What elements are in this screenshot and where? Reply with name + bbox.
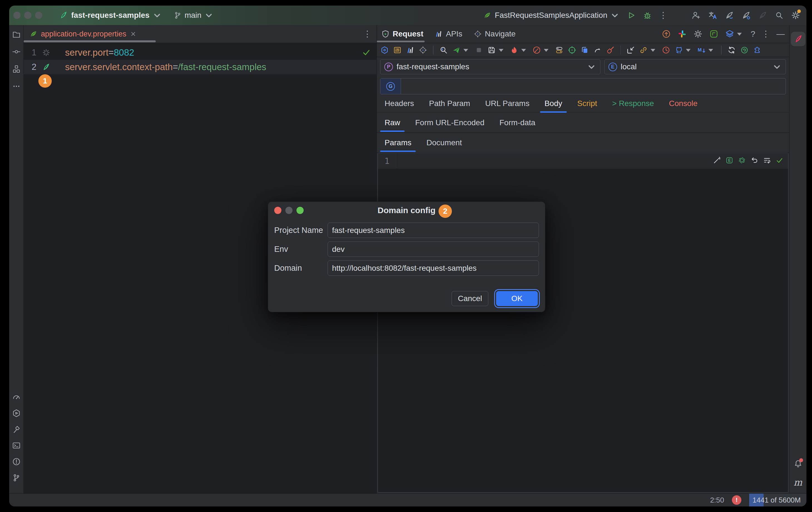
- url-input[interactable]: [401, 78, 786, 94]
- debug-button[interactable]: [643, 11, 652, 20]
- commit-tool-icon[interactable]: [12, 47, 21, 56]
- dropdown-caret-icon[interactable]: [519, 45, 528, 55]
- undo-icon[interactable]: [750, 156, 759, 164]
- dialog-close-button[interactable]: [274, 207, 282, 214]
- flame-icon[interactable]: [510, 46, 519, 55]
- dropdown-caret-icon[interactable]: [684, 45, 693, 55]
- domain-field[interactable]: [327, 261, 539, 276]
- openai-icon[interactable]: [738, 156, 746, 164]
- tab-path-param[interactable]: Path Param: [429, 94, 471, 113]
- tab-request[interactable]: Request: [381, 29, 423, 38]
- notifications-button[interactable]: [793, 459, 803, 470]
- project-select[interactable]: P fast-request-samples: [380, 59, 600, 74]
- redo-icon[interactable]: [593, 46, 602, 55]
- window-controls[interactable]: [13, 12, 42, 19]
- tab-body[interactable]: Body: [544, 94, 563, 113]
- inspections-ok-icon[interactable]: [361, 48, 371, 57]
- tab-document[interactable]: Document: [426, 134, 462, 152]
- translate-icon[interactable]: [708, 10, 718, 20]
- project-name-field[interactable]: [327, 223, 539, 238]
- fast-request-gutter-icon[interactable]: [41, 62, 51, 72]
- ok-button[interactable]: OK: [496, 291, 538, 306]
- project-tool-icon[interactable]: [12, 30, 21, 39]
- memory-indicator[interactable]: 1441 of 5600M: [749, 494, 807, 507]
- close-window-button[interactable]: [13, 12, 21, 19]
- services-tool-icon[interactable]: [12, 409, 21, 418]
- e-box-icon[interactable]: [725, 156, 733, 164]
- dropdown-caret-icon[interactable]: [735, 29, 744, 39]
- search-code-icon[interactable]: [439, 46, 448, 55]
- http-method-cell[interactable]: G: [380, 78, 401, 94]
- cancel-button[interactable]: Cancel: [452, 291, 488, 306]
- sliders-icon[interactable]: [393, 46, 402, 55]
- project-selector[interactable]: fast-request-samples: [58, 10, 162, 20]
- minimize-panel-icon[interactable]: —: [776, 30, 785, 38]
- maven-tool-button[interactable]: m: [794, 477, 802, 488]
- dropdown-caret-icon[interactable]: [461, 45, 470, 55]
- link-icon[interactable]: [639, 46, 648, 55]
- hexagon-config-icon[interactable]: [380, 46, 389, 55]
- chevron-down-icon[interactable]: [610, 10, 619, 20]
- header-scrollbar-thumb[interactable]: [377, 41, 425, 42]
- puzzle-icon[interactable]: [753, 46, 762, 55]
- settings-button[interactable]: [791, 10, 800, 20]
- github-icon[interactable]: [674, 46, 683, 55]
- broom-icon[interactable]: [606, 46, 615, 55]
- endpoints-tool-icon[interactable]: [12, 393, 21, 402]
- validate-check-icon[interactable]: [775, 156, 784, 164]
- crosshair-icon[interactable]: [418, 46, 427, 55]
- tab-params[interactable]: Params: [384, 134, 412, 152]
- help-icon[interactable]: ?: [751, 30, 755, 38]
- zoom-window-button[interactable]: [35, 12, 42, 19]
- fast-request-tool-button[interactable]: [791, 32, 805, 46]
- tab-response[interactable]: > Response: [611, 94, 654, 113]
- wand-icon[interactable]: [713, 156, 721, 164]
- error-badge[interactable]: !: [732, 495, 742, 505]
- chevron-down-icon[interactable]: [587, 62, 596, 72]
- run-button[interactable]: [627, 11, 636, 20]
- target-icon[interactable]: [568, 46, 577, 55]
- ai-pen-icon[interactable]: [725, 10, 734, 20]
- chevron-down-icon[interactable]: [772, 62, 782, 72]
- dialog-zoom-button[interactable]: [296, 207, 304, 214]
- ai-pen-settings-icon[interactable]: [742, 10, 751, 20]
- soft-wrap-icon[interactable]: [763, 156, 771, 164]
- upgrade-icon[interactable]: [662, 29, 671, 39]
- settings-icon[interactable]: [693, 29, 703, 39]
- slack-icon[interactable]: [677, 29, 687, 39]
- api-chart-icon[interactable]: [406, 46, 415, 55]
- tab-navigate[interactable]: Navigate: [473, 29, 516, 38]
- sync-icon[interactable]: [727, 46, 736, 55]
- minimize-window-button[interactable]: [24, 12, 31, 19]
- more-actions-kebab-icon[interactable]: ⋮: [659, 11, 667, 20]
- problems-tool-icon[interactable]: [12, 457, 21, 466]
- markdown-icon[interactable]: M: [697, 46, 706, 55]
- tab-console[interactable]: Console: [668, 94, 698, 113]
- tab-url-params[interactable]: URL Params: [485, 94, 530, 113]
- kebab-icon[interactable]: ⋮: [762, 30, 770, 38]
- toggles-icon[interactable]: [555, 46, 564, 55]
- scan-icon[interactable]: [709, 29, 719, 39]
- layers-icon[interactable]: [725, 29, 734, 39]
- dropdown-caret-icon[interactable]: [706, 45, 716, 55]
- tab-headers[interactable]: Headers: [384, 94, 415, 113]
- copy-icon[interactable]: [580, 46, 589, 55]
- pen-circle-icon[interactable]: [532, 46, 541, 55]
- dropdown-caret-icon[interactable]: [496, 45, 506, 55]
- run-configuration[interactable]: FastRequestSamplesApplication: [495, 11, 607, 20]
- save-icon[interactable]: [487, 46, 496, 55]
- git-tool-icon[interactable]: [12, 473, 21, 482]
- tab-raw[interactable]: Raw: [384, 113, 401, 132]
- tab-form-url-encoded[interactable]: Form URL-Encoded: [415, 113, 485, 132]
- build-tool-icon[interactable]: [12, 425, 21, 434]
- tab-apis[interactable]: APIs: [434, 29, 462, 38]
- env-field[interactable]: [327, 242, 539, 257]
- import-icon[interactable]: [626, 46, 635, 55]
- close-tab-icon[interactable]: [129, 30, 137, 37]
- dropdown-caret-icon[interactable]: [648, 45, 658, 55]
- editor-tab[interactable]: application-dev.properties: [29, 30, 137, 38]
- add-user-icon[interactable]: [691, 10, 701, 20]
- tab-script[interactable]: Script: [577, 94, 598, 113]
- tab-scrollbar-thumb[interactable]: [24, 41, 156, 42]
- structure-tool-icon[interactable]: [12, 64, 21, 74]
